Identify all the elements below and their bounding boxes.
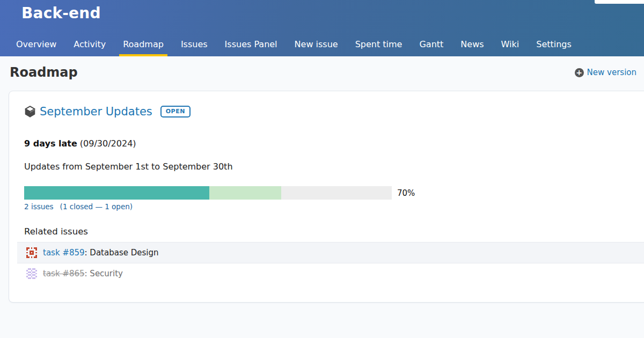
version-card: September Updates OPEN 9 days late (09/3… [9,91,644,303]
progress-bar [24,186,392,200]
new-version-button[interactable]: + New version [575,68,636,77]
related-issues-heading: Related issues [24,226,634,237]
issue-identicon-icon [26,247,37,258]
issue-subject: : Security [85,269,123,278]
version-description: Updates from September 1st to September … [24,161,634,172]
due-date: (09/30/2024) [80,138,136,149]
new-version-label: New version [587,68,636,77]
plus-circle-icon: + [575,68,584,77]
nav-item-overview[interactable]: Overview [16,39,56,56]
issue-row: task #865: Security [17,263,644,284]
progress-closed-segment [24,186,209,200]
issue-row: task #859: Database Design [17,242,644,263]
page-title: Roadmap [10,65,78,80]
nav-item-spent-time[interactable]: Spent time [355,39,402,56]
project-header: Back-end Overview Activity Roadmap Issue… [0,0,644,56]
dash-separator: — [93,202,105,211]
version-name-link[interactable]: September Updates [40,105,152,118]
issue-link[interactable]: task #859 [43,248,85,258]
total-issues-link[interactable]: 2 issues [24,202,54,211]
nav-item-activity[interactable]: Activity [74,39,106,56]
related-issues-table: task #859: Database Design task #865: Se… [17,242,644,284]
close-paren: ) [130,202,133,211]
nav-item-wiki[interactable]: Wiki [501,39,519,56]
package-icon [24,106,36,117]
progress-open-segment [209,186,281,200]
main-nav: Overview Activity Roadmap Issues Issues … [16,39,572,56]
page-head: Roadmap + New version [0,56,644,80]
issues-summary: 2 issues(1 closed — 1 open) [24,202,634,211]
nav-item-issues[interactable]: Issues [181,39,208,56]
project-title: Back-end [21,4,101,22]
closed-issues-link[interactable]: 1 closed [63,202,93,211]
due-status: 9 days late [24,138,77,149]
nav-item-gantt[interactable]: Gantt [419,39,443,56]
issue-identicon-icon [26,268,37,279]
due-line: 9 days late (09/30/2024) [24,138,634,149]
progress-percent-label: 70% [397,188,415,198]
nav-item-new-issue[interactable]: New issue [295,39,338,56]
nav-item-news[interactable]: News [460,39,484,56]
open-issues-link[interactable]: 1 open [105,202,130,211]
nav-item-issues-panel[interactable]: Issues Panel [225,39,277,56]
nav-item-settings[interactable]: Settings [536,39,572,56]
status-badge: OPEN [160,106,191,117]
version-heading: September Updates OPEN [24,105,634,118]
issue-link[interactable]: task #865 [43,269,85,278]
nav-item-roadmap[interactable]: Roadmap [123,39,164,56]
search-input[interactable] [595,0,644,4]
issue-subject: : Database Design [85,248,159,258]
progress-row: 70% [24,186,634,200]
